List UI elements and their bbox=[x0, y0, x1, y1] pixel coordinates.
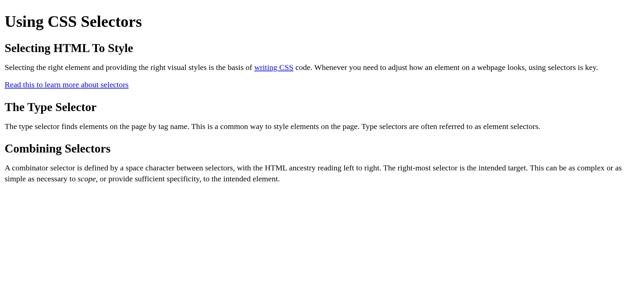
text-segment: code. Whenever you need to adjust how an… bbox=[293, 63, 598, 72]
paragraph-type-selector: The type selector finds elements on the … bbox=[5, 121, 632, 132]
text-segment: , or provide sufficient specificity, to … bbox=[96, 174, 280, 183]
section-heading-type-selector: The Type Selector bbox=[5, 100, 639, 114]
paragraph-intro: Selecting the right element and providin… bbox=[5, 62, 632, 73]
text-segment: Selecting the right element and providin… bbox=[5, 63, 254, 72]
section-heading-intro: Selecting HTML To Style bbox=[5, 41, 639, 55]
link-learn-more-selectors[interactable]: Read this to learn more about selectors bbox=[5, 80, 128, 89]
emphasis-scope: scope bbox=[78, 174, 96, 183]
page-title: Using CSS Selectors bbox=[5, 12, 639, 31]
paragraph-learn-more: Read this to learn more about selectors bbox=[5, 79, 632, 90]
link-writing-css[interactable]: writing CSS bbox=[254, 63, 293, 72]
section-heading-combining: Combining Selectors bbox=[5, 142, 639, 156]
paragraph-combining: A combinator selector is defined by a sp… bbox=[5, 162, 632, 184]
